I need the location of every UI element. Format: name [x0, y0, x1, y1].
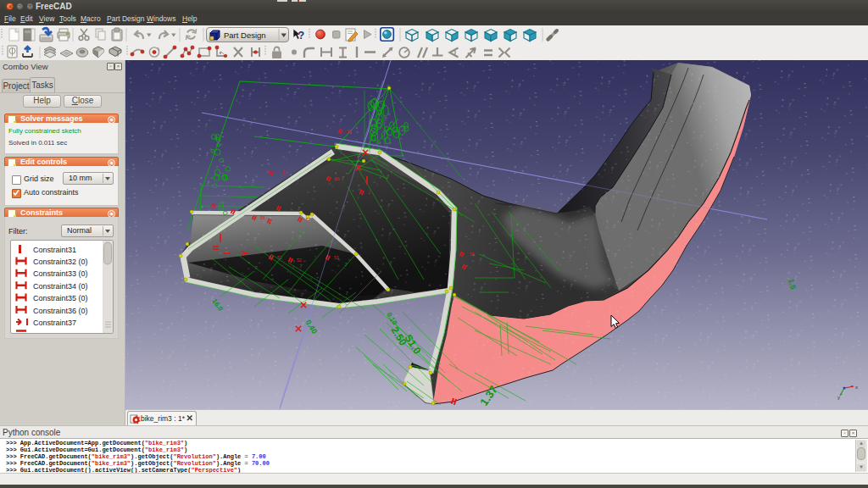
- svg-text:54: 54: [282, 169, 287, 175]
- svg-text:Constraint31: Constraint31: [33, 246, 76, 254]
- svg-text:bike_rim3 : 1*: bike_rim3 : 1*: [141, 414, 186, 423]
- svg-text:Constraint36 (0): Constraint36 (0): [33, 307, 88, 315]
- svg-text:Constraint34 (0): Constraint34 (0): [33, 282, 88, 291]
- svg-text:Constraint35 (0): Constraint35 (0): [33, 294, 88, 302]
- svg-text:Part Design: Part Design: [224, 30, 266, 40]
- svg-text:Constraint33 (0): Constraint33 (0): [33, 269, 88, 278]
- svg-text:y: y: [837, 395, 840, 400]
- svg-text:Constraint32 (0): Constraint32 (0): [33, 258, 88, 266]
- svg-text:x: x: [855, 385, 858, 390]
- svg-text:55: 55: [347, 129, 352, 134]
- svg-text:?: ?: [298, 30, 305, 42]
- svg-text:Constraint37: Constraint37: [33, 319, 76, 327]
